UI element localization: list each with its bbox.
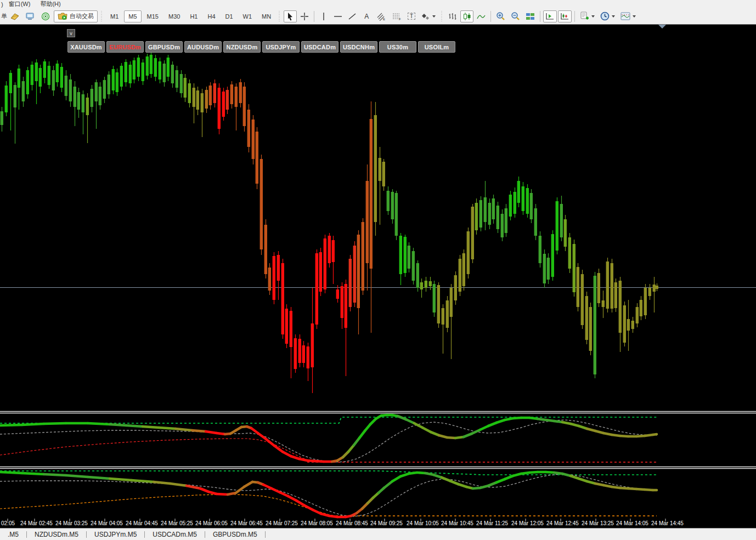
zoom-out-button[interactable] (509, 10, 522, 22)
indicator-main-line (126, 425, 143, 427)
gold-book-icon[interactable] (8, 10, 22, 22)
text-tool-button[interactable]: A (360, 10, 373, 22)
timeframe-button-h4[interactable]: H4 (203, 10, 219, 22)
indicator-main-line (170, 484, 187, 486)
indicator-main-line (392, 476, 400, 481)
candle-body (324, 238, 326, 289)
symbol-button-eurusdm[interactable]: EURUSDm (106, 41, 144, 53)
terminal-icon[interactable] (23, 10, 37, 22)
toolbar-grip[interactable] (278, 11, 281, 22)
symbol-bar-expander-button[interactable]: v (67, 29, 75, 37)
indicator-main-line (497, 420, 505, 423)
add-indicator-button[interactable] (578, 10, 597, 22)
symbol-button-usdcnhm[interactable]: USDCNHm (340, 41, 377, 53)
timeframe-button-h1[interactable]: H1 (185, 10, 202, 22)
candle-body (362, 222, 364, 291)
chart-tab[interactable]: NZDUSDm.M5 (27, 531, 86, 538)
auto-scroll-button[interactable] (543, 10, 557, 22)
chart-region[interactable]: v XAUUSDmEURUSDmGBPUSDmAUDUSDmNZDUSDmUSD… (0, 25, 756, 528)
candle-body (573, 244, 576, 292)
text-label-tool-button[interactable]: T (405, 10, 418, 22)
symbol-button-usdcadm[interactable]: USDCADm (301, 41, 338, 53)
timeframe-button-d1[interactable]: D1 (221, 10, 238, 22)
indicator-main-line (143, 427, 159, 428)
time-axis-label: 24 Mar 06:45 (230, 520, 263, 526)
indicator-main-line (348, 445, 354, 452)
crosshair-tool-button[interactable] (298, 10, 311, 22)
tile-windows-button[interactable] (523, 10, 537, 22)
timeframe-button-w1[interactable]: W1 (239, 10, 257, 22)
time-axis[interactable]: 02:0524 Mar 02:4524 Mar 03:2524 Mar 04:0… (0, 520, 756, 528)
template-button[interactable] (618, 10, 638, 22)
indicator-main-line (433, 475, 442, 478)
indicator-main-line (288, 496, 296, 501)
chart-tab[interactable]: .M5 (0, 531, 26, 538)
fibonacci-tool-button[interactable]: F (390, 10, 404, 22)
candle-body (627, 319, 630, 331)
symbol-button-nzdusdm[interactable]: NZDUSDm (223, 41, 261, 53)
candle-body (5, 86, 8, 112)
timeframe-button-m5[interactable]: M5 (124, 10, 141, 22)
chart-tab[interactable]: USDJPYm.M5 (87, 531, 144, 538)
candle-body (125, 62, 127, 82)
chart-shift-button[interactable] (558, 10, 572, 22)
bar-chart-type-button[interactable] (446, 10, 459, 22)
toolbar-separator (490, 11, 491, 22)
symbol-quick-bar: XAUUSDmEURUSDmGBPUSDmAUDUSDmNZDUSDmUSDJP… (67, 41, 455, 53)
candle-body (35, 62, 38, 81)
toolbar-grip[interactable] (440, 11, 444, 22)
candle-body (239, 82, 242, 103)
candle-body (349, 259, 352, 307)
candle-body (74, 87, 76, 107)
symbol-button-us30m[interactable]: US30m (379, 41, 416, 53)
chart-tab[interactable]: GBPUSDm.M5 (205, 531, 265, 538)
horizontal-line-tool-button[interactable] (331, 10, 345, 22)
symbol-button-audusdm[interactable]: AUDUSDm (184, 41, 222, 53)
candle-body (226, 90, 229, 110)
candlestick-chart-type-button[interactable] (460, 10, 473, 22)
symbol-button-usdjpym[interactable]: USDJPYm (262, 41, 300, 53)
menu-item[interactable]: 帮助(H) (38, 0, 68, 8)
candle-body (112, 69, 115, 90)
indicator-main-line (291, 456, 299, 459)
new-order-button-partial[interactable]: 单 (1, 12, 7, 20)
arrows-tool-button[interactable] (419, 10, 438, 22)
menu-item[interactable]: 窗口(W) (7, 0, 38, 8)
candle-body (133, 60, 136, 79)
candle-body (581, 274, 584, 325)
chart-shift-marker (658, 25, 666, 29)
indicator-main-line (354, 438, 359, 445)
candle-body (614, 282, 617, 308)
symbol-button-usoilm[interactable]: USOILm (418, 41, 455, 53)
indicator-signal-line (0, 474, 657, 516)
indicator-main-line (176, 429, 192, 430)
autotrading-button[interactable]: 自动交易 (54, 10, 98, 22)
candle-body (479, 200, 482, 228)
menu-item[interactable]: ) (0, 1, 7, 8)
vertical-line-tool-button[interactable] (317, 10, 330, 22)
line-chart-type-button[interactable] (475, 10, 488, 22)
candle-body (585, 296, 588, 340)
timeframe-button-m15[interactable]: M15 (143, 10, 163, 22)
cursor-tool-button[interactable] (284, 10, 297, 22)
candle-body (22, 81, 25, 101)
time-axis-label: 24 Mar 04:45 (126, 520, 158, 526)
timeframe-button-mn[interactable]: MN (257, 10, 275, 22)
chart-tab[interactable]: USDCADm.M5 (145, 531, 205, 538)
candle-body (353, 246, 356, 303)
timeframe-button-m1[interactable]: M1 (106, 10, 123, 22)
indicator-main-line (398, 416, 406, 419)
candle-body (159, 61, 161, 79)
trendline-tool-button[interactable] (346, 10, 359, 22)
zoom-in-button[interactable] (494, 10, 507, 22)
candle-body (514, 192, 516, 214)
signal-icon[interactable] (38, 10, 53, 22)
equidistant-channel-tool-button[interactable]: E (374, 10, 388, 22)
candle-body (273, 256, 275, 300)
candle-body (395, 193, 398, 236)
period-clock-button[interactable] (598, 10, 617, 22)
symbol-button-gbpusdm[interactable]: GBPUSDm (145, 41, 183, 53)
timeframe-button-m30[interactable]: M30 (164, 10, 184, 22)
symbol-button-xauusdm[interactable]: XAUUSDm (67, 41, 105, 53)
toolbar-grip[interactable] (100, 11, 104, 22)
